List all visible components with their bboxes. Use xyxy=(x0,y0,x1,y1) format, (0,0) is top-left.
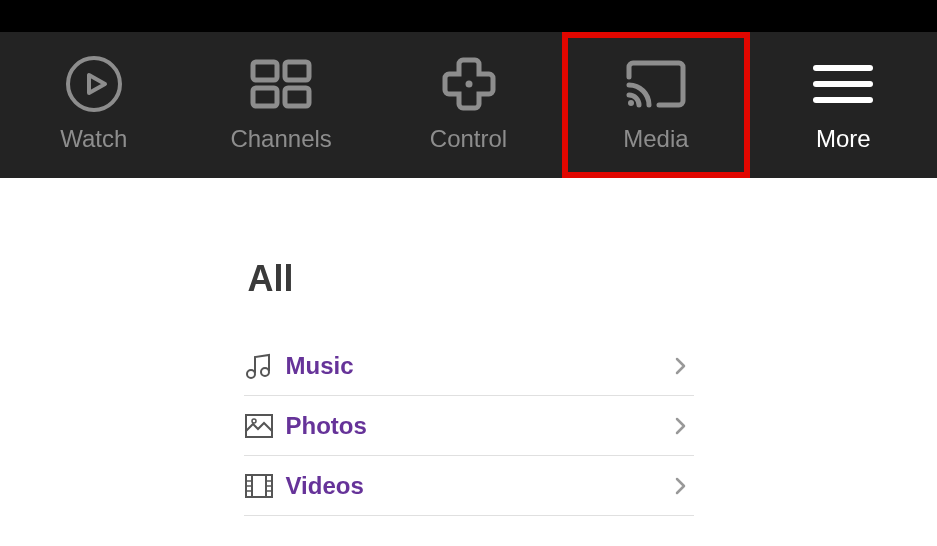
svg-point-10 xyxy=(247,370,255,378)
list-item-videos[interactable]: Videos xyxy=(244,456,694,516)
bottom-nav: Watch Channels Control xyxy=(0,32,937,178)
media-section: All Music xyxy=(244,258,694,516)
svg-rect-3 xyxy=(253,88,277,106)
list-label: Photos xyxy=(286,412,674,440)
nav-control[interactable]: Control xyxy=(375,32,562,178)
nav-label-watch: Watch xyxy=(60,125,127,153)
svg-point-13 xyxy=(252,419,256,423)
svg-rect-1 xyxy=(253,62,277,80)
cast-icon xyxy=(625,57,687,111)
nav-more[interactable]: More xyxy=(750,32,937,178)
list-label: Videos xyxy=(286,472,674,500)
nav-label-control: Control xyxy=(430,125,507,153)
list-item-music[interactable]: Music xyxy=(244,336,694,396)
menu-icon xyxy=(812,57,874,111)
status-bar xyxy=(0,0,937,32)
dpad-icon xyxy=(438,57,500,111)
svg-point-5 xyxy=(465,81,472,88)
section-title: All xyxy=(244,258,694,300)
nav-channels[interactable]: Channels xyxy=(187,32,374,178)
svg-point-0 xyxy=(68,58,120,110)
chevron-right-icon xyxy=(674,356,694,376)
svg-point-6 xyxy=(628,100,634,106)
music-icon xyxy=(244,351,286,381)
chevron-right-icon xyxy=(674,476,694,496)
list-label: Music xyxy=(286,352,674,380)
content-area: All Music xyxy=(0,178,937,516)
svg-rect-4 xyxy=(285,88,309,106)
chevron-right-icon xyxy=(674,416,694,436)
photo-icon xyxy=(244,413,286,439)
nav-label-channels: Channels xyxy=(230,125,331,153)
nav-media[interactable]: Media xyxy=(562,32,749,178)
svg-point-11 xyxy=(261,368,269,376)
play-circle-icon xyxy=(63,57,125,111)
nav-watch[interactable]: Watch xyxy=(0,32,187,178)
svg-rect-2 xyxy=(285,62,309,80)
nav-label-more: More xyxy=(816,125,871,153)
grid-icon xyxy=(250,57,312,111)
list-item-photos[interactable]: Photos xyxy=(244,396,694,456)
nav-label-media: Media xyxy=(623,125,688,153)
video-icon xyxy=(244,473,286,499)
